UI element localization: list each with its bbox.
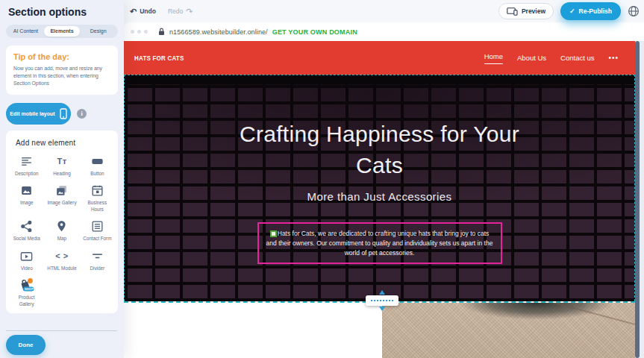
- image-gallery-icon: [54, 183, 69, 198]
- nav-more-icon[interactable]: •••: [608, 57, 619, 60]
- undo-button[interactable]: ↶ Undo: [130, 7, 156, 16]
- site-nav: Home About Us Contact us •••: [484, 52, 619, 64]
- tab-elements[interactable]: Elements: [44, 26, 81, 37]
- hero-section[interactable]: Crafting Happiness for Your Cats More th…: [124, 75, 635, 301]
- redo-icon: ↷: [186, 7, 193, 16]
- image-icon: [19, 183, 34, 198]
- get-own-domain-link[interactable]: GET YOUR OWN DOMAIN: [272, 28, 357, 36]
- svg-text:SHOP: SHOP: [25, 288, 34, 291]
- element-video[interactable]: Video: [9, 249, 44, 272]
- product-gallery-icon: SHOP: [17, 278, 37, 292]
- carpet-seam: [487, 303, 635, 328]
- browser-dot: [131, 30, 134, 34]
- preview-scrollbar[interactable]: [635, 41, 644, 358]
- panel-tabs: AI Content Elements Design: [6, 25, 118, 38]
- republish-button[interactable]: ✓ Re-Publish: [560, 2, 621, 20]
- element-product-gallery[interactable]: SHOP Product Gallery: [9, 278, 44, 307]
- business-hours-icon: [90, 183, 104, 198]
- info-icon[interactable]: i: [77, 109, 87, 119]
- tip-body: Now you can add, move and resize any ele…: [13, 65, 110, 87]
- panel-divider: [6, 330, 117, 331]
- element-image-gallery[interactable]: Image Gallery: [44, 183, 79, 213]
- redo-button[interactable]: Redo ↷: [168, 7, 193, 16]
- resize-handle-dots: [371, 300, 393, 301]
- tab-design[interactable]: Design: [80, 26, 116, 37]
- html-module-icon: < >: [55, 249, 68, 263]
- site-header: HATS FOR CATS Home About Us Contact us •…: [124, 41, 635, 75]
- site-logo[interactable]: HATS FOR CATS: [134, 54, 184, 62]
- preview-label: Preview: [522, 7, 545, 15]
- edit-mobile-layout-button[interactable]: Edit mobile layout: [6, 103, 71, 125]
- social-media-icon: [19, 219, 34, 233]
- carpet-photo: [382, 303, 635, 358]
- tip-of-the-day-card: Tip of the day: Now you can add, move an…: [6, 45, 118, 95]
- tab-ai-content[interactable]: AI Content: [7, 26, 44, 37]
- nav-about-us[interactable]: About Us: [517, 54, 546, 62]
- contact-form-icon: [90, 219, 104, 233]
- resize-handle-pill: [366, 295, 398, 306]
- element-contact-form[interactable]: Contact Form: [80, 219, 115, 242]
- element-html-module[interactable]: < > HTML Module: [44, 249, 79, 272]
- lock-icon: [158, 28, 165, 36]
- divider-icon: [90, 249, 104, 263]
- undo-label: Undo: [140, 7, 156, 15]
- nav-contact-us[interactable]: Contact us: [560, 54, 594, 62]
- element-divider[interactable]: Divider: [80, 249, 115, 272]
- hero-subheading[interactable]: More than Just Accessories: [125, 190, 634, 203]
- edit-mobile-layout-label: Edit mobile layout: [10, 111, 54, 116]
- description-icon: [19, 154, 34, 169]
- element-business-hours[interactable]: Business Hours: [80, 183, 115, 213]
- browser-dot: [137, 30, 141, 34]
- republish-label: Re-Publish: [579, 7, 612, 15]
- hero-paragraph-selected[interactable]: Hats for Cats, we are dedicated to craft…: [257, 222, 502, 264]
- top-toolbar: ↶ Undo Redo ↷ Preview ✓: [124, 0, 644, 22]
- check-icon: ✓: [569, 7, 575, 15]
- element-description[interactable]: Description: [9, 154, 44, 178]
- map-icon: [54, 219, 69, 233]
- smartphone-icon: [60, 108, 67, 119]
- page-title: Section options: [0, 0, 124, 18]
- undo-icon: ↶: [130, 7, 137, 16]
- section-options-panel: Section options AI Content Elements Desi…: [0, 0, 124, 358]
- resize-arrow-down-icon: [379, 307, 385, 311]
- element-social-media[interactable]: Social Media: [9, 219, 44, 242]
- scrollbar-thumb[interactable]: [635, 41, 640, 358]
- devices-icon: [507, 7, 518, 16]
- hero-heading[interactable]: Crafting Happiness for Your Cats: [219, 119, 540, 181]
- element-drag-handle[interactable]: [270, 230, 277, 237]
- add-element-card: Add new element Description Tт Heading: [6, 131, 118, 314]
- main-area: ↶ Undo Redo ↷ Preview ✓: [124, 0, 644, 358]
- element-grid: Description Tт Heading Button: [9, 154, 115, 308]
- browser-dot: [144, 30, 148, 34]
- element-image[interactable]: Image: [9, 183, 44, 213]
- redo-label: Redo: [168, 7, 183, 15]
- done-button[interactable]: Done: [6, 335, 46, 355]
- heading-icon: Tт: [57, 154, 66, 169]
- element-heading[interactable]: Tт Heading: [44, 154, 79, 178]
- app-window: Section options AI Content Elements Desi…: [0, 0, 644, 358]
- add-element-heading: Add new element: [9, 139, 115, 147]
- hero-paragraph-text: Hats for Cats, we are dedicated to craft…: [266, 230, 493, 257]
- button-icon: [90, 154, 104, 169]
- section-resize-handle[interactable]: [366, 290, 398, 311]
- video-icon: [19, 249, 34, 263]
- element-map[interactable]: Map: [44, 219, 79, 242]
- element-button[interactable]: Button: [80, 154, 115, 178]
- nav-home[interactable]: Home: [484, 52, 503, 64]
- preview-button[interactable]: Preview: [498, 3, 554, 19]
- resize-arrow-up-icon: [379, 290, 385, 295]
- globe-icon[interactable]: [628, 5, 640, 17]
- tip-heading: Tip of the day:: [13, 52, 110, 61]
- site-preview: HATS FOR CATS Home About Us Contact us •…: [124, 41, 644, 358]
- site-url: n1566589.websitebuilder.online/: [169, 28, 268, 36]
- browser-bar: n1566589.websitebuilder.online/ GET YOUR…: [124, 22, 644, 41]
